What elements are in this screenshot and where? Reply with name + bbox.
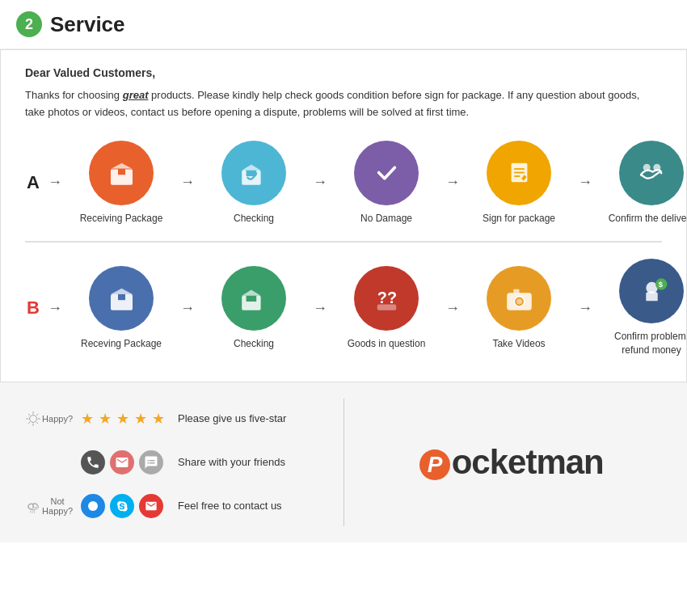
footer-row-share: Share with your friends: [24, 450, 327, 475]
star5: ★: [152, 410, 165, 428]
label-a2: Checking: [234, 212, 274, 226]
label-b3: Goods in question: [348, 337, 426, 351]
cloud-icon-col: Not Happy?: [24, 486, 73, 526]
circle-a3: [354, 141, 419, 205]
handshake-icon: [634, 154, 670, 191]
svg-text:??: ??: [377, 289, 396, 306]
circle-b1: [89, 266, 154, 331]
svg-rect-2: [118, 169, 125, 175]
camera-icon: [501, 280, 537, 316]
svg-line-33: [28, 414, 30, 416]
star1: ★: [81, 410, 94, 428]
footer: Happy? ★ ★ ★ ★ ★ Please give us five-sta…: [0, 382, 687, 542]
flow-item-b5: $ Confirm problem,refund money: [599, 259, 687, 357]
flow-item-b3: ?? Goods in question: [334, 266, 439, 351]
flow-item-a1: Receiving Package: [69, 141, 174, 226]
pocketman-text: ocketman: [452, 443, 604, 481]
stars-row: ★ ★ ★ ★ ★: [81, 410, 170, 428]
footer-text-3: Feel free to contact us: [178, 500, 282, 512]
flow-item-a3: No Damage: [334, 141, 439, 226]
checking-icon-a: [236, 154, 272, 191]
contact-email-icon: [139, 494, 163, 518]
row-divider: [25, 241, 662, 243]
arrow-b4: →: [578, 300, 592, 317]
flow-row-b: B → Receving Package →: [25, 259, 662, 357]
svg-rect-24: [513, 289, 519, 293]
label-a3: No Damage: [360, 212, 412, 226]
sun-icon: [24, 399, 42, 439]
phone-icon: [81, 450, 105, 475]
star3: ★: [116, 410, 129, 428]
svg-text:$: $: [658, 280, 663, 289]
circle-b4: [487, 266, 551, 331]
footer-row-nothappy: Not Happy? Feel free to contact us: [24, 486, 327, 526]
flow-item-a5: Confirm the delivery: [599, 141, 687, 226]
svg-point-43: [88, 501, 98, 511]
flow-item-b2: Checking: [201, 266, 306, 351]
svg-point-11: [643, 164, 650, 171]
footer-right: Pocketman: [360, 399, 664, 526]
nothappy-label: Not Happy?: [42, 496, 73, 516]
arrow-b0: →: [48, 300, 62, 317]
svg-marker-14: [111, 289, 133, 294]
star4: ★: [134, 410, 147, 428]
arrow-a0: →: [48, 174, 62, 191]
svg-line-40: [30, 510, 31, 513]
flow-letter-a: A: [25, 172, 41, 193]
label-b2: Checking: [234, 337, 274, 351]
circle-a5: [619, 141, 684, 205]
sign-package-icon: [501, 154, 537, 191]
footer-left: Happy? ★ ★ ★ ★ ★ Please give us five-sta…: [24, 399, 327, 526]
svg-line-34: [36, 422, 38, 424]
contact-icons: [81, 494, 170, 518]
svg-rect-20: [377, 305, 395, 310]
svg-line-35: [36, 414, 38, 416]
arrow-a1: →: [180, 174, 195, 191]
circle-a2: [221, 141, 286, 205]
refund-icon: $: [634, 273, 670, 310]
skype-icon: [110, 494, 134, 518]
package-icon: [103, 154, 140, 191]
sun-icon-col: Happy?: [24, 399, 73, 439]
receving-package-icon: [103, 280, 140, 316]
share-icons: [81, 450, 170, 475]
checkmark-icon: [369, 154, 405, 191]
svg-marker-5: [242, 165, 260, 171]
arrow-a3: →: [445, 174, 460, 191]
footer-text-2: Share with your friends: [178, 456, 285, 468]
arrow-b1: →: [180, 300, 195, 317]
svg-rect-18: [246, 296, 256, 302]
flow-item-a2: Checking: [201, 141, 306, 226]
cloud-icon: [24, 486, 42, 526]
label-b5: Confirm problem,refund money: [614, 330, 687, 357]
intro-before: Thanks for choosing: [25, 89, 123, 101]
step-badge: 2: [16, 11, 42, 37]
chat-icon: [139, 450, 163, 475]
circle-b3: ??: [354, 266, 419, 331]
svg-line-36: [28, 422, 30, 424]
flow-item-b4: Take Videos: [466, 266, 571, 351]
label-a1: Receiving Package: [80, 212, 163, 226]
footer-row-happy: Happy? ★ ★ ★ ★ ★ Please give us five-sta…: [24, 399, 327, 439]
circle-a1: [89, 141, 154, 205]
circle-b2: [221, 266, 286, 331]
intro-highlight: great: [123, 89, 149, 101]
svg-point-12: [653, 164, 660, 171]
footer-text-1: Please give us five-star: [178, 412, 286, 424]
circle-b5: $: [619, 259, 684, 323]
arrow-b3: →: [445, 300, 460, 317]
svg-point-23: [516, 299, 521, 305]
question-goods-icon: ??: [369, 280, 405, 316]
arrow-a2: →: [313, 174, 327, 191]
greeting-text: Dear Valued Customers,: [25, 66, 662, 79]
checking-icon-b: [236, 280, 272, 316]
arrow-a4: →: [578, 174, 592, 191]
label-a5: Confirm the delivery: [609, 212, 687, 226]
intro-paragraph: Thanks for choosing great products. Plea…: [25, 87, 662, 121]
main-content: Dear Valued Customers, Thanks for choosi…: [0, 49, 687, 382]
label-a4: Sign for package: [483, 212, 555, 226]
page-header: 2 Service: [0, 0, 687, 49]
flow-item-b1: Receving Package: [69, 266, 174, 351]
footer-vertical-divider: [344, 399, 344, 526]
flow-letter-b: B: [25, 297, 41, 319]
